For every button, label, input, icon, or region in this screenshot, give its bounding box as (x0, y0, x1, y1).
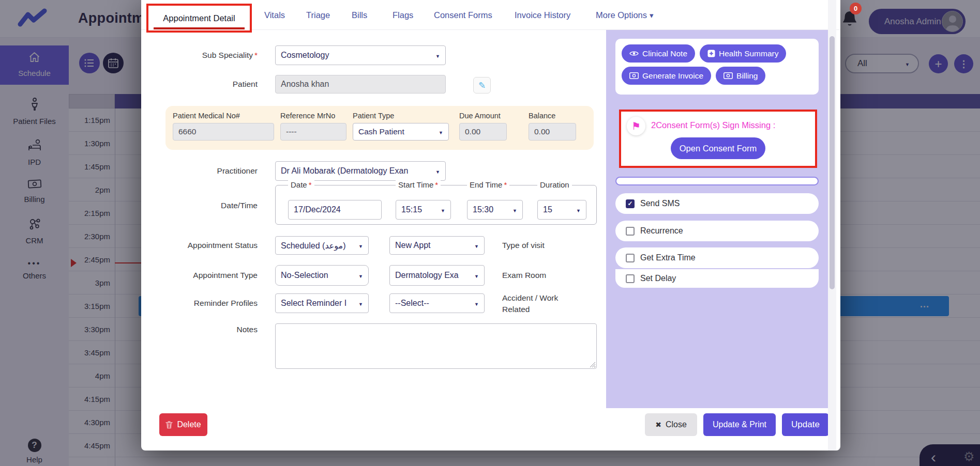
visit-type-select[interactable]: New Appt (389, 236, 485, 255)
required-mark: * (254, 51, 258, 59)
modal-side-panel: Clinical Note Health Summary Generate In… (606, 30, 828, 408)
medical-no-label: Patient Medical No# (173, 112, 274, 120)
caret-down-icon (439, 127, 443, 136)
accident-select[interactable]: --Select-- (389, 293, 485, 313)
quick-actions-card: Clinical Note Health Summary Generate In… (615, 39, 819, 95)
duration-label: Duration (537, 180, 572, 189)
recurrence-option[interactable]: Recurrence (615, 221, 819, 241)
tab-appointment-detail[interactable]: Appointment Detail (163, 13, 235, 23)
modal-scrollbar[interactable] (828, 0, 836, 451)
balance-field: Balance 0.00 (529, 112, 576, 150)
notes-label: Notes (141, 324, 258, 335)
delete-button[interactable]: Delete (159, 413, 207, 436)
clinical-note-button[interactable]: Clinical Note (622, 44, 695, 63)
tab-triage[interactable]: Triage (306, 0, 330, 30)
duration-select[interactable]: 15 (537, 200, 586, 220)
appointment-status-select[interactable]: Scheduled (موعد) (275, 236, 369, 255)
reference-field: Reference MrNo ---- (280, 112, 346, 150)
type-of-visit-label: Type of visit (502, 236, 545, 255)
reference-input: ---- (280, 123, 346, 141)
appointment-type-select[interactable]: No-Selection (275, 265, 369, 286)
set-delay-option[interactable]: Set Delay (615, 269, 819, 288)
trash-icon (165, 421, 173, 429)
caret-down-icon (647, 10, 654, 20)
balance-input: 0.00 (529, 123, 576, 141)
annotation-box-active-tab: Appointment Detail (146, 4, 252, 33)
resize-handle-icon[interactable] (590, 362, 595, 367)
reminder-profiles-select[interactable]: Select Reminder I (275, 293, 369, 313)
due-amount-input: 0.00 (459, 123, 507, 141)
tab-invoice-history[interactable]: Invoice History (515, 0, 570, 30)
tab-more-options[interactable]: More Options (596, 0, 654, 30)
datetime-fieldset: Date* Start Time* End Time* Duration 17/… (275, 185, 597, 225)
set-delay-checkbox[interactable] (626, 274, 635, 283)
start-time-select[interactable]: 15:15 (396, 200, 451, 220)
recurrence-checkbox[interactable] (626, 227, 635, 236)
tab-vitals[interactable]: Vitals (264, 0, 285, 30)
tab-bills[interactable]: Bills (352, 0, 367, 30)
billing-button[interactable]: Billing (716, 67, 765, 85)
patient-type-select[interactable]: Cash Patient (353, 123, 449, 141)
health-summary-button[interactable]: Health Summary (700, 44, 786, 63)
update-button[interactable]: Update (782, 413, 829, 436)
send-sms-option[interactable]: Send SMS (615, 193, 819, 214)
caret-down-icon (576, 205, 581, 214)
get-extra-time-checkbox[interactable] (626, 254, 635, 262)
send-sms-checkbox[interactable] (626, 199, 635, 208)
appointment-type-label: Appointment Type (141, 265, 258, 286)
reminder-profiles-label: Reminder Profiles (141, 293, 258, 313)
open-consent-form-button[interactable]: Open Consent Form (671, 137, 765, 159)
patient-type-field: Patient Type Cash Patient (353, 112, 449, 150)
scrollbar-thumb[interactable] (830, 36, 835, 289)
tab-flags[interactable]: Flags (393, 0, 413, 30)
exam-room-label: Exam Room (502, 265, 546, 286)
caret-down-icon (435, 51, 440, 60)
banknote-icon (723, 72, 733, 79)
date-label: Date* (288, 180, 314, 189)
exam-room-select[interactable]: Dermatology Exa (389, 265, 485, 286)
due-amount-field: Due Amount 0.00 (459, 112, 507, 150)
practitioner-select[interactable]: Dr Ali Mobarak (Dermatology Exan (275, 161, 446, 181)
pencil-icon (478, 80, 486, 91)
appointment-modal: Appointment Detail Vitals Triage Bills F… (141, 0, 840, 451)
caret-down-icon (358, 299, 363, 308)
start-time-label: Start Time* (396, 180, 441, 189)
progress-bar (615, 177, 819, 185)
caret-down-icon (474, 299, 479, 308)
due-amount-label: Due Amount (459, 112, 507, 120)
end-time-select[interactable]: 15:30 (467, 200, 523, 220)
medical-no-input: 6660 (173, 123, 274, 141)
appointment-status-label: Appointment Status (141, 236, 258, 255)
caret-down-icon (441, 205, 445, 214)
notes-textarea[interactable] (275, 323, 597, 369)
flag-icon (631, 120, 641, 132)
datetime-label: Date/Time (141, 185, 258, 225)
plus-square-icon (707, 50, 715, 57)
accident-label: Accident / Work Related (502, 292, 572, 315)
update-and-print-button[interactable]: Update & Print (703, 413, 776, 436)
consent-warning-box: 2Consent Form(s) Sign Missing : Open Con… (619, 110, 817, 168)
notification-count-badge: 0 (850, 3, 862, 14)
patient-label: Patient (141, 75, 258, 94)
caret-down-icon (358, 241, 363, 250)
tab-consent-forms[interactable]: Consent Forms (434, 0, 492, 30)
close-x-icon (655, 420, 661, 429)
patient-type-label: Patient Type (353, 112, 449, 120)
flag-icon-circle (627, 117, 645, 135)
date-input[interactable]: 17/Dec/2024 (288, 200, 382, 220)
get-extra-time-option[interactable]: Get Extra Time (615, 247, 819, 268)
modal-tabbar: Appointment Detail Vitals Triage Bills F… (141, 0, 840, 30)
balance-label: Balance (529, 112, 576, 120)
edit-patient-button[interactable] (473, 77, 491, 94)
close-button[interactable]: Close (645, 413, 697, 436)
patient-summary-panel: Patient Medical No# 6660 Reference MrNo … (165, 106, 594, 150)
caret-down-icon (474, 241, 479, 250)
generate-invoice-button[interactable]: Generate Invoice (622, 67, 711, 85)
practitioner-label: Practitioner (141, 161, 258, 181)
appointment-form: Sub Speciality* Cosmetology Patient Anos… (141, 30, 606, 408)
active-tab-underline (154, 27, 245, 29)
screen: Appointme 0 Anosha Admin Schedule Patien… (0, 0, 980, 466)
sub-speciality-label: Sub Speciality* (141, 45, 258, 65)
caret-down-icon (474, 271, 479, 280)
sub-speciality-select[interactable]: Cosmetology (275, 45, 446, 65)
